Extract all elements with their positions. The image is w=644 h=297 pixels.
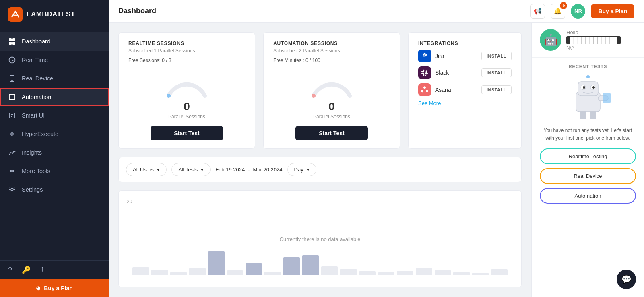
realtime-parallel-label: Parallel Sessions — [128, 114, 245, 120]
hyperexecute-icon — [8, 130, 16, 138]
sidebar-buy-plan-button[interactable]: ⊕ Buy a Plan — [0, 279, 109, 297]
svg-point-17 — [426, 90, 428, 92]
smartui-icon — [8, 111, 16, 120]
svg-point-16 — [421, 90, 423, 92]
content-area: REALTIME SESSIONS Subscribed 1 Parallel … — [109, 23, 644, 297]
date-from: Feb 19 2024 — [215, 167, 245, 173]
sidebar-item-realtime[interactable]: Real Time — [0, 51, 109, 69]
granularity-label: Day — [294, 167, 303, 173]
all-tests-label: All Tests — [178, 167, 198, 173]
sidebar-item-insights[interactable]: Insights — [0, 143, 109, 162]
sidebar-item-label: Settings — [22, 186, 43, 193]
automation-testing-button[interactable]: Automation — [540, 188, 636, 204]
share-icon[interactable]: ⤴ — [40, 266, 44, 274]
svg-rect-28 — [580, 111, 586, 119]
top-bar-right: 📢 🔔 5 NR Buy a Plan — [530, 4, 634, 19]
sidebar-item-settings[interactable]: Settings — [0, 180, 109, 199]
lambdatest-logo-icon — [8, 7, 23, 22]
integrations-title: INTEGRATIONS — [418, 41, 512, 46]
user-status: N/A — [566, 45, 621, 51]
svg-point-12 — [12, 171, 13, 172]
jira-name: Jira — [435, 53, 477, 59]
list-item: Slack INSTALL — [418, 66, 512, 79]
sidebar-item-dashboard[interactable]: Dashboard — [0, 32, 109, 51]
svg-point-24 — [583, 86, 585, 89]
chevron-down-icon: ▾ — [307, 167, 310, 173]
chart-bar — [359, 271, 376, 275]
granularity-dropdown[interactable]: Day ▾ — [287, 163, 316, 176]
date-to: Mar 20 2024 — [253, 167, 283, 173]
svg-rect-1 — [9, 38, 12, 41]
robot-svg — [564, 74, 612, 122]
date-range-picker[interactable]: Feb 19 2024 - Mar 20 2024 — [215, 167, 282, 173]
all-users-dropdown[interactable]: All Users ▾ — [126, 163, 167, 176]
chart-bar — [189, 268, 206, 275]
sidebar-item-label: Automation — [22, 94, 51, 100]
chart-bar — [283, 257, 300, 275]
announcement-button[interactable]: 📢 — [530, 4, 545, 19]
sidebar: LAMBDATEST Dashboard Real Time Real Devi… — [0, 0, 109, 297]
automation-gauge-svg — [308, 70, 356, 98]
real-device-button[interactable]: Real Device — [540, 168, 636, 184]
chart-bar — [151, 270, 168, 275]
sidebar-item-label: Dashboard — [22, 38, 50, 45]
realtime-testing-button[interactable]: Realtime Testing — [540, 148, 636, 164]
sidebar-item-label: Real Time — [22, 57, 48, 63]
filters-row: All Users ▾ All Tests ▾ Feb 19 2024 - Ma… — [118, 157, 522, 182]
key-icon[interactable]: 🔑 — [22, 266, 31, 274]
sidebar-item-smartui[interactable]: Smart UI — [0, 106, 109, 125]
sidebar-navigation: Dashboard Real Time Real Device Automati… — [0, 29, 109, 260]
sidebar-item-realdevice[interactable]: Real Device — [0, 69, 109, 88]
sidebar-item-moretools[interactable]: More Tools — [0, 162, 109, 180]
settings-icon — [8, 186, 16, 194]
svg-rect-29 — [590, 111, 596, 119]
svg-rect-27 — [603, 93, 611, 103]
help-icon[interactable]: ? — [8, 266, 12, 274]
realtime-free: Free Sessions: 0 / 3 — [128, 58, 245, 63]
chart-bar — [416, 268, 432, 275]
slack-logo — [418, 66, 431, 79]
svg-rect-4 — [12, 42, 15, 45]
svg-point-14 — [11, 188, 13, 191]
realtime-sessions-card: REALTIME SESSIONS Subscribed 1 Parallel … — [118, 32, 255, 149]
chat-button[interactable]: 💬 — [617, 270, 636, 289]
clock-icon — [8, 56, 16, 64]
chart-bar — [246, 263, 262, 275]
plus-icon: ⊕ — [36, 285, 41, 291]
automation-parallel-label: Parallel Sessions — [273, 114, 390, 120]
sidebar-item-automation[interactable]: Automation — [0, 88, 109, 106]
automation-start-test-button[interactable]: Start Test — [295, 126, 368, 140]
jira-install-button[interactable]: INSTALL — [481, 52, 512, 60]
user-avatar-button[interactable]: NR — [571, 4, 585, 19]
user-greeting: 🤖 Hello ████████████ N/A — [532, 23, 644, 58]
chart-bar — [321, 266, 338, 275]
sidebar-item-label: Real Device — [22, 75, 53, 82]
notification-button[interactable]: 🔔 5 — [551, 4, 565, 19]
chevron-down-icon: ▾ — [201, 167, 204, 173]
sidebar-bottom-icons: ? 🔑 ⤴ — [0, 260, 109, 279]
chart-bar — [378, 272, 394, 275]
svg-point-13 — [13, 171, 14, 172]
realtime-subtitle: Subscribed 1 Parallel Sessions — [128, 48, 245, 54]
chart-bar — [397, 271, 413, 275]
asana-logo — [418, 83, 431, 96]
see-more-link[interactable]: See More — [418, 100, 441, 106]
recent-tests-section: RECENT TESTS — [532, 58, 644, 214]
sidebar-item-label: Insights — [22, 149, 42, 156]
chart-bar — [208, 251, 225, 275]
buy-plan-button[interactable]: Buy a Plan — [591, 4, 634, 18]
chart-card: 20 Currently there is no data available — [118, 190, 522, 287]
moretools-icon — [8, 167, 16, 175]
chart-bar — [453, 272, 470, 275]
realtime-start-test-button[interactable]: Start Test — [151, 126, 223, 140]
slack-install-button[interactable]: INSTALL — [481, 68, 512, 77]
no-tests-text: You have not run any tests yet. Let's st… — [540, 127, 636, 142]
top-bar: Dashboard 📢 🔔 5 NR Buy a Plan — [109, 0, 644, 23]
all-users-label: All Users — [133, 167, 154, 173]
page-title: Dashboard — [118, 7, 156, 15]
all-tests-dropdown[interactable]: All Tests ▾ — [171, 163, 211, 176]
automation-subtitle: Subscribed 2 Parallel Sessions — [273, 48, 390, 54]
asana-install-button[interactable]: INSTALL — [481, 85, 512, 94]
integrations-list: Jira INSTALL Slack INSTALL — [418, 50, 512, 96]
sidebar-item-hyperexecute[interactable]: HyperExecute — [0, 125, 109, 143]
